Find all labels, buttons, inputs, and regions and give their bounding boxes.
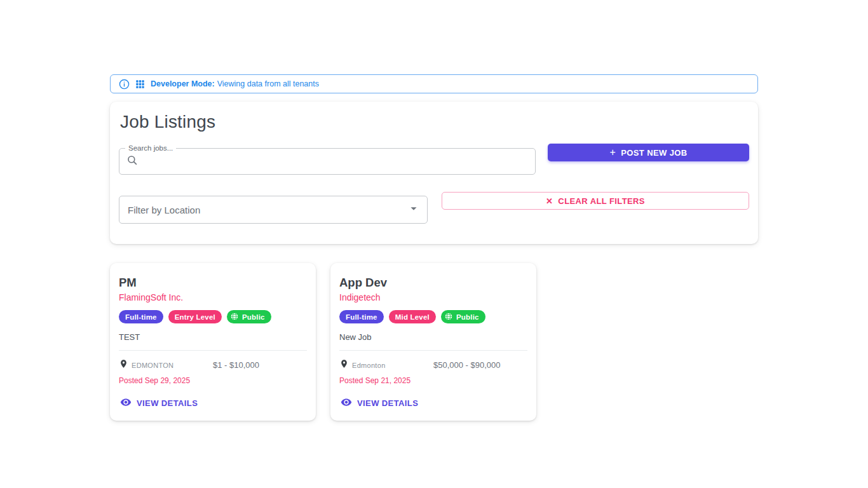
divider xyxy=(119,350,307,351)
post-new-job-label: POST NEW JOB xyxy=(621,148,687,158)
job-location: EDMONTON xyxy=(119,359,213,371)
job-card: PM FlamingSoft Inc. Full-time Entry Leve… xyxy=(110,263,316,421)
globe-icon xyxy=(230,312,239,322)
job-location: Edmonton xyxy=(339,359,433,371)
search-input[interactable] xyxy=(143,149,528,174)
job-listings-page: Developer Mode: Viewing data from all te… xyxy=(110,0,758,421)
job-description: New Job xyxy=(339,332,527,342)
page-title: Job Listings xyxy=(120,112,748,132)
job-meta: EDMONTON $1 - $10,000 xyxy=(119,359,307,371)
job-card: App Dev Indigetech Full-time Mid Level xyxy=(330,263,536,421)
card-actions: VIEW DETAILS xyxy=(339,385,527,414)
search-row: Search jobs... + POST NEW JOB xyxy=(119,144,749,175)
clear-all-filters-label: CLEAR ALL FILTERS xyxy=(558,196,645,206)
location-pin-icon xyxy=(339,359,349,371)
location-filter-value: Filter by Location xyxy=(128,205,200,215)
eye-icon xyxy=(120,396,132,410)
apps-grid-icon xyxy=(135,79,145,89)
employment-type-chip: Full-time xyxy=(339,310,384,323)
plus-icon: + xyxy=(609,147,616,158)
view-details-button[interactable]: VIEW DETAILS xyxy=(341,396,418,410)
visibility-chip: Public xyxy=(227,310,271,323)
eye-icon xyxy=(341,396,352,410)
developer-mode-banner: Developer Mode: Viewing data from all te… xyxy=(110,74,758,93)
experience-level-chip: Mid Level xyxy=(389,310,436,323)
visibility-chip: Public xyxy=(441,310,485,323)
clear-all-filters-button[interactable]: ✕ CLEAR ALL FILTERS xyxy=(442,192,749,210)
globe-icon xyxy=(444,312,453,322)
search-icon xyxy=(126,154,138,168)
visibility-chip-label: Public xyxy=(456,313,479,321)
job-title: App Dev xyxy=(339,276,527,290)
view-details-label: VIEW DETAILS xyxy=(137,398,198,408)
job-company: FlamingSoft Inc. xyxy=(119,292,307,302)
visibility-chip-label: Public xyxy=(242,313,265,321)
divider xyxy=(339,350,527,351)
info-icon xyxy=(119,79,130,90)
experience-level-chip: Entry Level xyxy=(168,310,222,323)
job-salary: $1 - $10,000 xyxy=(213,360,307,370)
view-details-label: VIEW DETAILS xyxy=(357,398,418,408)
card-actions: VIEW DETAILS xyxy=(119,385,307,414)
close-icon: ✕ xyxy=(546,196,553,206)
view-details-button[interactable]: VIEW DETAILS xyxy=(120,396,198,410)
filters-panel: Job Listings Search jobs... + POST NEW J… xyxy=(110,102,758,244)
location-filter-select[interactable]: Filter by Location xyxy=(119,196,428,224)
job-salary: $50,000 - $90,000 xyxy=(433,360,527,370)
banner-text: Viewing data from all tenants xyxy=(217,79,319,88)
search-field[interactable]: Search jobs... xyxy=(119,148,536,175)
location-pin-icon xyxy=(119,359,128,371)
banner-bold-label: Developer Mode: xyxy=(151,79,215,88)
post-new-job-button[interactable]: + POST NEW JOB xyxy=(548,144,749,161)
job-location-label: Edmonton xyxy=(352,362,386,369)
job-tags: Full-time Mid Level xyxy=(339,310,527,323)
job-location-label: EDMONTON xyxy=(132,362,173,369)
chevron-down-icon xyxy=(407,201,421,218)
job-posted-date: Posted Sep 29, 2025 xyxy=(119,376,307,385)
job-cards-grid: PM FlamingSoft Inc. Full-time Entry Leve… xyxy=(110,263,758,421)
job-description: TEST xyxy=(119,332,307,342)
search-field-label: Search jobs... xyxy=(125,144,176,153)
job-meta: Edmonton $50,000 - $90,000 xyxy=(339,359,527,371)
job-tags: Full-time Entry Level xyxy=(119,310,307,323)
job-title: PM xyxy=(119,276,307,290)
job-posted-date: Posted Sep 21, 2025 xyxy=(339,376,527,385)
job-company: Indigetech xyxy=(339,292,527,302)
filter-row: Filter by Location ✕ CLEAR ALL FILTERS xyxy=(119,192,749,224)
banner-message: Developer Mode: Viewing data from all te… xyxy=(151,79,319,88)
employment-type-chip: Full-time xyxy=(119,310,163,323)
